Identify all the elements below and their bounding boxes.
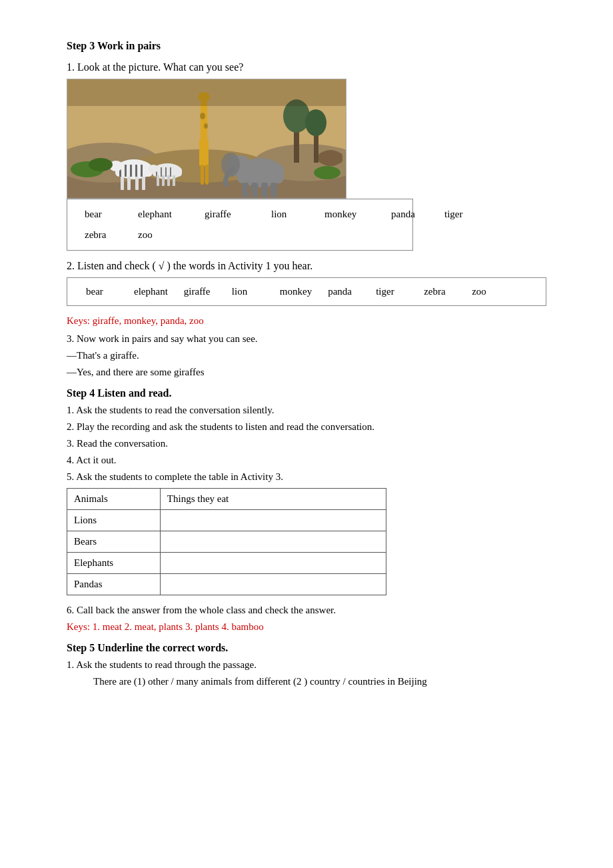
word-monkey: monkey (318, 206, 384, 223)
cell-pandas-food (160, 574, 386, 595)
svg-rect-44 (261, 183, 268, 197)
svg-rect-35 (157, 175, 159, 186)
step4-item3: 3. Read the conversation. (67, 438, 546, 449)
col-animals-header: Animals (67, 489, 161, 510)
word2-giraffe: giraffe (176, 283, 224, 300)
step5-item1: 1. Ask the students to read through the … (67, 659, 546, 671)
svg-rect-27 (142, 177, 145, 190)
dialog2-text: —Yes, and there are some giraffes (67, 367, 546, 378)
svg-rect-38 (173, 175, 175, 186)
table-header-row: Animals Things they eat (67, 489, 386, 510)
svg-point-15 (204, 123, 208, 129)
svg-point-50 (89, 158, 113, 171)
table-row-pandas: Pandas (67, 574, 386, 595)
cell-bears: Bears (67, 531, 161, 553)
table-row-elephants: Elephants (67, 553, 386, 574)
svg-rect-19 (125, 165, 127, 177)
svg-rect-25 (127, 177, 131, 190)
word-box-2: bear elephant giraffe lion monkey panda … (67, 277, 546, 306)
keys1-text: Keys: giraffe, monkey, panda, zoo (67, 315, 546, 327)
svg-rect-10 (199, 139, 209, 166)
svg-rect-26 (135, 177, 139, 190)
word-giraffe: giraffe (198, 206, 265, 223)
svg-rect-32 (165, 167, 167, 177)
svg-rect-24 (121, 177, 124, 190)
word2-lion: lion (224, 283, 272, 300)
svg-rect-13 (205, 165, 209, 185)
q3-text: 3. Now work in pairs and say what you ca… (67, 333, 546, 345)
word-elephant: elephant (131, 206, 198, 223)
word2-monkey: monkey (272, 283, 320, 300)
step4-title: Step 4 Listen and read. (67, 387, 546, 399)
cell-pandas: Pandas (67, 574, 161, 595)
cell-lions-food (160, 510, 386, 531)
step4-item2: 2. Play the recording and ask the studen… (67, 421, 546, 433)
svg-rect-12 (201, 165, 204, 185)
svg-point-8 (305, 109, 326, 136)
word-panda: panda (384, 206, 438, 223)
col-things-header: Things they eat (160, 489, 386, 510)
svg-point-51 (314, 166, 340, 179)
svg-rect-20 (130, 165, 132, 177)
step3-title: Step 3 Work in pairs (67, 40, 546, 52)
cell-elephants: Elephants (67, 553, 161, 574)
cell-lions: Lions (67, 510, 161, 531)
step5-passage: There are (1) other / many animals from … (67, 676, 546, 687)
word2-elephant: elephant (126, 283, 176, 300)
word-tiger: tiger (438, 206, 491, 223)
svg-rect-42 (242, 183, 249, 197)
scene-svg (67, 79, 346, 199)
word-box-row1: bear elephant giraffe lion monkey panda … (78, 206, 402, 223)
svg-rect-36 (162, 175, 165, 186)
word2-tiger: tiger (368, 283, 416, 300)
svg-rect-33 (170, 167, 171, 177)
keys2-text: Keys: 1. meat 2. meat, plants 3. plants … (67, 621, 546, 633)
svg-rect-21 (135, 165, 137, 177)
dialog1-text: —That's a giraffe. (67, 350, 546, 361)
step4-item1: 1. Ask the students to read the conversa… (67, 405, 546, 416)
svg-rect-22 (141, 165, 143, 177)
word-bear: bear (78, 206, 131, 223)
svg-rect-45 (271, 183, 277, 197)
svg-rect-52 (67, 79, 346, 106)
word2-zoo: zoo (464, 283, 512, 300)
svg-rect-9 (201, 99, 207, 146)
cell-elephants-food (160, 553, 386, 574)
word-zebra: zebra (78, 227, 131, 243)
word2-bear: bear (78, 283, 126, 300)
activity-table: Animals Things they eat Lions Bears Elep… (67, 488, 386, 595)
svg-rect-37 (167, 175, 170, 186)
step4-section: Step 4 Listen and read. 1. Ask the stude… (67, 387, 546, 633)
svg-point-34 (148, 165, 159, 173)
svg-point-14 (200, 113, 205, 119)
svg-point-46 (221, 153, 240, 177)
step4-item5: 5. Ask the students to complete the tabl… (67, 471, 546, 483)
q2-text: 2. Listen and check ( √ ) the words in A… (67, 260, 546, 272)
step5-title: Step 5 Underline the correct words. (67, 642, 546, 654)
word2-panda: panda (320, 283, 368, 300)
word2-zebra: zebra (416, 283, 464, 300)
step3-section: Step 3 Work in pairs 1. Look at the pict… (67, 40, 546, 378)
table-row-lions: Lions (67, 510, 386, 531)
step4-item4: 4. Act it out. (67, 455, 546, 466)
svg-rect-31 (161, 167, 162, 177)
step4-item6: 6. Call back the answer from the whole c… (67, 605, 546, 616)
word-box-1: bear elephant giraffe lion monkey panda … (67, 199, 413, 251)
table-row-bears: Bears (67, 531, 386, 553)
animal-image (67, 79, 346, 199)
step5-section: Step 5 Underline the correct words. 1. A… (67, 642, 546, 687)
word-zoo: zoo (131, 227, 185, 243)
q1-text: 1. Look at the picture. What can you see… (67, 61, 546, 73)
cell-bears-food (160, 531, 386, 553)
svg-rect-48 (318, 153, 342, 163)
svg-rect-43 (251, 183, 258, 197)
word-lion: lion (265, 206, 318, 223)
word-box-row2: zebra zoo (78, 227, 402, 243)
